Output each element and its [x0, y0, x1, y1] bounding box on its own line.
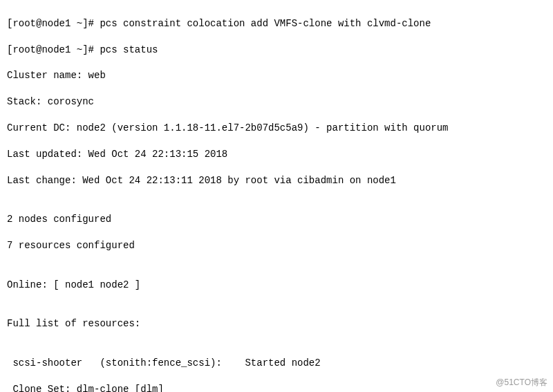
- terminal-output[interactable]: [root@node1 ~]# pcs constraint colocatio…: [7, 4, 546, 392]
- terminal-line: Stack: corosync: [7, 95, 546, 109]
- terminal-line: scsi-shooter (stonith:fence_scsi): Start…: [7, 357, 546, 370]
- terminal-line: Clone Set: dlm-clone [dlm]: [7, 383, 546, 392]
- terminal-line: 7 resources configured: [7, 239, 546, 252]
- terminal-line: Last change: Wed Oct 24 22:13:11 2018 by…: [7, 174, 546, 187]
- watermark-text: @51CTO博客: [496, 377, 547, 388]
- terminal-line: [root@node1 ~]# pcs constraint colocatio…: [7, 17, 546, 30]
- terminal-line: Full list of resources:: [7, 317, 546, 330]
- terminal-line: Cluster name: web: [7, 69, 546, 82]
- terminal-line: Online: [ node1 node2 ]: [7, 279, 546, 292]
- terminal-line: [root@node1 ~]# pcs status: [7, 44, 546, 57]
- terminal-line: Last updated: Wed Oct 24 22:13:15 2018: [7, 148, 546, 161]
- terminal-line: Current DC: node2 (version 1.1.18-11.el7…: [7, 122, 546, 135]
- terminal-line: 2 nodes configured: [7, 213, 546, 226]
